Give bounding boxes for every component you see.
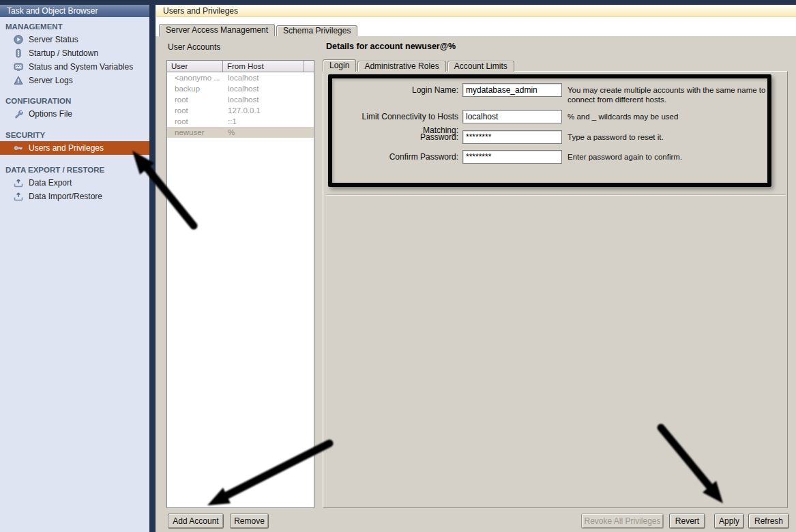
main-tab-strip: Server Access Management Schema Privileg… [159, 24, 359, 36]
add-account-button[interactable]: Add Account [168, 514, 224, 529]
section-security: SECURITY [5, 131, 149, 139]
details-tab-strip: Login Administrative Roles Account Limit… [323, 59, 516, 72]
sidebar-item-users-and-privileges[interactable]: Users and Privileges [0, 141, 149, 155]
cell-host: % [223, 127, 304, 138]
sidebar-item-label: Data Export [29, 178, 72, 188]
sidebar-item-label: Status and System Variables [29, 62, 133, 72]
traffic-light-icon [14, 48, 23, 58]
tab-schema-privileges[interactable]: Schema Privileges [276, 25, 357, 36]
tab-server-access-management[interactable]: Server Access Management [159, 24, 275, 36]
login-name-label: Login Name: [326, 83, 462, 97]
cell-user: <anonymo ... [167, 72, 223, 83]
confirm-password-help: Enter password again to confirm. [567, 150, 772, 162]
user-accounts-label: User Accounts [168, 42, 220, 52]
user-accounts-list: User From Host <anonymo ... localhost ba… [166, 60, 314, 508]
login-name-help: You may create multiple accounts with th… [567, 83, 772, 104]
password-help: Type a password to reset it. [567, 130, 772, 142]
sidebar-content-divider [149, 0, 156, 532]
sidebar-item-server-logs[interactable]: Server Logs [0, 74, 149, 87]
sidebar-item-label: Options File [29, 109, 72, 119]
table-row[interactable]: backup localhost [167, 83, 314, 94]
cell-host: 127.0.0.1 [223, 105, 304, 116]
limit-hosts-input[interactable] [462, 110, 562, 123]
section-management: MANAGEMENT [5, 23, 149, 31]
form-row-password: Password: Type a password to reset it. [326, 130, 772, 144]
sidebar-item-label: Server Logs [29, 76, 73, 85]
sidebar-item-data-import-restore[interactable]: Data Import/Restore [0, 190, 149, 203]
cell-user: backup [167, 83, 223, 94]
cell-user: root [167, 94, 223, 105]
limit-hosts-help: % and _ wildcards may be used [567, 110, 772, 121]
confirm-password-label: Confirm Password: [326, 150, 462, 164]
section-configuration: CONFIGURATION [5, 97, 149, 105]
refresh-button[interactable]: Refresh [748, 514, 789, 529]
password-input[interactable] [462, 130, 562, 144]
login-tab-panel: Login Name: You may create multiple acco… [323, 71, 788, 508]
password-label: Password: [326, 130, 462, 144]
sidebar: Task and Object Browser MANAGEMENT Serve… [0, 5, 149, 532]
list-header: User From Host [167, 61, 314, 72]
cell-user: root [167, 116, 223, 127]
sidebar-item-label: Startup / Shutdown [29, 48, 98, 58]
top-strip [0, 0, 796, 5]
table-row[interactable]: root ::1 [167, 116, 314, 127]
warning-icon [14, 76, 23, 85]
wrench-icon [14, 109, 23, 119]
remove-button[interactable]: Remove [230, 514, 269, 529]
key-icon [14, 143, 23, 153]
sidebar-item-label: Server Status [29, 35, 78, 44]
import-icon [14, 192, 23, 201]
sidebar-item-label: Users and Privileges [29, 143, 104, 153]
server-status-icon [14, 35, 23, 44]
cell-host: ::1 [223, 116, 304, 127]
form-row-confirm-password: Confirm Password: Enter password again t… [326, 150, 772, 164]
sidebar-item-startup-shutdown[interactable]: Startup / Shutdown [0, 46, 149, 60]
export-icon [14, 178, 23, 188]
sidebar-item-label: Data Import/Restore [29, 192, 102, 201]
confirm-password-input[interactable] [462, 150, 562, 164]
sidebar-item-status-system-variables[interactable]: Status and System Variables [0, 60, 149, 74]
sidebar-item-server-status[interactable]: Server Status [0, 33, 149, 46]
column-header-user[interactable]: User [167, 61, 223, 72]
form-row-login-name: Login Name: You may create multiple acco… [326, 83, 772, 104]
details-title: Details for account newuser@% [326, 42, 456, 51]
cell-host: localhost [223, 94, 304, 105]
column-header-stub [304, 61, 314, 72]
tab-account-limits[interactable]: Account Limits [447, 61, 514, 72]
form-separator [326, 194, 785, 196]
table-row-selected[interactable]: newuser % [167, 127, 314, 138]
cell-user: root [167, 105, 223, 116]
cell-user: newuser [167, 127, 223, 138]
sidebar-item-options-file[interactable]: Options File [0, 107, 149, 121]
revoke-all-privileges-button[interactable]: Revoke All Privileges [581, 514, 664, 529]
monitor-icon [14, 62, 23, 72]
cell-host: localhost [223, 72, 304, 83]
table-row[interactable]: root 127.0.0.1 [167, 105, 314, 116]
tab-administrative-roles[interactable]: Administrative Roles [357, 61, 445, 72]
revert-button[interactable]: Revert [669, 514, 705, 529]
sidebar-item-data-export[interactable]: Data Export [0, 176, 149, 190]
table-row[interactable]: <anonymo ... localhost [167, 72, 314, 83]
page-title: Users and Privileges [156, 5, 796, 17]
section-data-export-restore: DATA EXPORT / RESTORE [5, 166, 149, 174]
column-header-from-host[interactable]: From Host [223, 61, 304, 72]
table-row[interactable]: root localhost [167, 94, 314, 105]
sidebar-title: Task and Object Browser [0, 5, 149, 17]
tab-login[interactable]: Login [323, 59, 356, 72]
mysql-administrator-window: Task and Object Browser MANAGEMENT Serve… [0, 0, 796, 532]
cell-host: localhost [223, 83, 304, 94]
apply-button[interactable]: Apply [714, 514, 744, 529]
login-name-input[interactable] [462, 83, 562, 97]
